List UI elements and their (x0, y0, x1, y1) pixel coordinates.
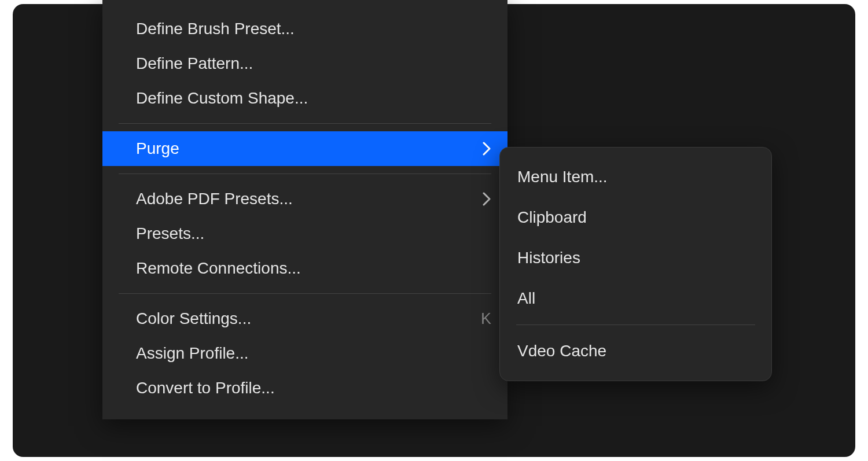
menu-item-presets[interactable]: Presets... (102, 216, 507, 251)
menu-item-label: All (517, 289, 754, 308)
menu-item-label: Clipboard (517, 208, 754, 227)
menu-item-purge[interactable]: Purge (102, 131, 507, 166)
menu-item-label: Purge (136, 139, 470, 158)
menu-item-adobe-pdf-presets[interactable]: Adobe PDF Presets... (102, 182, 507, 216)
menu-item-convert-to-profile[interactable]: Convert to Profile... (102, 371, 507, 405)
menu-item-label: Presets... (136, 224, 491, 243)
chevron-right-icon (482, 142, 491, 156)
menu-item-label: Histories (517, 249, 754, 267)
menu-item-shortcut: K (481, 310, 491, 328)
menu-item-assign-profile[interactable]: Assign Profile... (102, 336, 507, 371)
menu-item-label: Vdeo Cache (517, 342, 754, 360)
menu-item-define-pattern[interactable]: Define Pattern... (102, 46, 507, 81)
menu-item-label: Define Brush Preset... (136, 20, 491, 38)
menu-item-label: Menu Item... (517, 168, 754, 186)
submenu-item-all[interactable]: All (500, 278, 771, 319)
menu-separator (119, 123, 491, 124)
menu-separator (119, 293, 491, 294)
chevron-right-icon (482, 192, 491, 206)
menu-item-label: Remote Connections... (136, 259, 491, 278)
submenu-item-menu-item[interactable]: Menu Item... (500, 157, 771, 197)
menu-item-define-custom-shape[interactable]: Define Custom Shape... (102, 81, 507, 116)
menu-item-label: Assign Profile... (136, 344, 491, 363)
menu-separator (516, 324, 755, 325)
submenu-item-clipboard[interactable]: Clipboard (500, 197, 771, 238)
submenu-item-video-cache[interactable]: Vdeo Cache (500, 331, 771, 371)
purge-submenu: Menu Item... Clipboard Histories All Vde… (499, 147, 772, 381)
menu-item-label: Define Pattern... (136, 54, 491, 73)
menu-item-label: Define Custom Shape... (136, 89, 491, 108)
menu-item-define-brush-preset[interactable]: Define Brush Preset... (102, 12, 507, 46)
menu-item-remote-connections[interactable]: Remote Connections... (102, 251, 507, 286)
menu-separator (119, 174, 491, 174)
edit-menu-dropdown: Define Brush Preset... Define Pattern...… (102, 0, 507, 419)
menu-item-label: Adobe PDF Presets... (136, 190, 470, 208)
menu-item-label: Convert to Profile... (136, 379, 491, 397)
menu-item-label: Color Settings... (136, 309, 481, 328)
submenu-item-histories[interactable]: Histories (500, 238, 771, 278)
menu-item-color-settings[interactable]: Color Settings... K (102, 301, 507, 336)
